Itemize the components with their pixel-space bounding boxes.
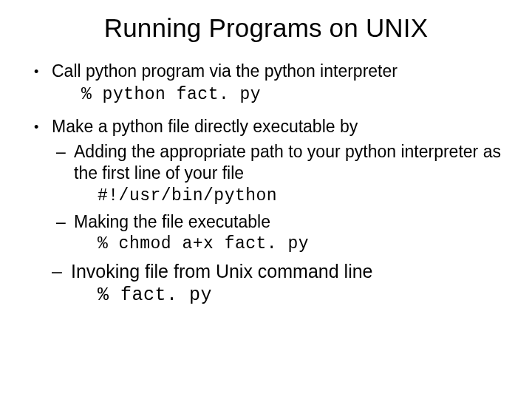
sub-text: Making the file executable [74,211,508,233]
sub-item: – Adding the appropriate path to your py… [56,141,508,185]
code-snippet: % fact. py [98,284,508,306]
dash-marker: – [56,141,74,163]
bullet-text: Call python program via the python inter… [52,61,508,82]
dash-marker: – [56,211,74,233]
sub-item: – Invoking file from Unix command line [52,259,508,283]
dash-marker: – [52,259,71,283]
code-snippet: % python fact. py [81,85,508,104]
bullet-item: • Call python program via the python int… [30,61,508,82]
code-snippet: #!/usr/bin/python [98,186,508,205]
slide-body: • Call python program via the python int… [24,61,508,306]
sub-text: Adding the appropriate path to your pyth… [74,141,508,185]
bullet-text: Make a python file directly executable b… [52,116,508,137]
bullet-item: • Make a python file directly executable… [30,116,508,137]
bullet-marker: • [30,61,52,81]
slide-title: Running Programs on UNIX [24,13,508,43]
sub-item: – Making the file executable [56,211,508,233]
code-snippet: % chmod a+x fact. py [98,234,508,253]
bullet-marker: • [30,116,52,136]
sub-text: Invoking file from Unix command line [71,259,508,283]
